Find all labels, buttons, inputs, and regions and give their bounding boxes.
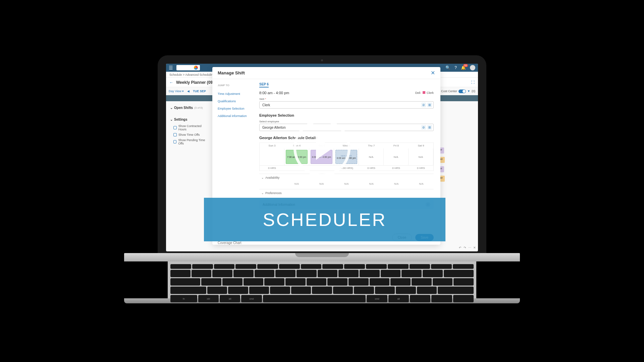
- clear-icon[interactable]: ⊘: [421, 103, 426, 107]
- nav-time-adjustment[interactable]: Time Adjustment: [218, 90, 251, 98]
- show-timeoffs-checkbox[interactable]: Show Time Offs: [169, 132, 210, 137]
- menu-icon[interactable]: ☰: [169, 65, 173, 70]
- bell-icon[interactable]: 🔔53: [461, 65, 466, 70]
- group-toggle[interactable]: [459, 89, 466, 93]
- availability-accordion[interactable]: ⌄Availability: [259, 174, 434, 181]
- play-icon: [316, 136, 333, 160]
- chevron-down-icon: ⌄: [170, 118, 173, 121]
- close-icon[interactable]: ✕: [431, 70, 435, 76]
- clear-icon[interactable]: ⊘: [421, 125, 426, 130]
- filter-count: (0): [472, 89, 475, 93]
- help-icon[interactable]: ?: [454, 65, 457, 70]
- app-logo[interactable]: [176, 65, 200, 70]
- tool-icon[interactable]: ⋯: [468, 246, 471, 249]
- day-cell[interactable]: N/A: [409, 148, 433, 165]
- filter-icon[interactable]: ▼: [467, 89, 470, 93]
- play-button[interactable]: [293, 120, 351, 177]
- day-cell[interactable]: N/A: [359, 148, 384, 165]
- nav-employee-selection[interactable]: Employee Selection: [218, 105, 251, 112]
- avatar[interactable]: [470, 65, 475, 70]
- tool-icon[interactable]: ↶: [459, 246, 462, 249]
- date-tab[interactable]: SEP 6: [259, 82, 269, 87]
- day-view-dropdown[interactable]: Day View ▾: [169, 89, 184, 93]
- nav-qualifications[interactable]: Qualifications: [218, 98, 251, 105]
- laptop-camera: [321, 59, 323, 61]
- coverage-chart-label[interactable]: Coverage Chart: [218, 241, 241, 245]
- show-pending-checkbox[interactable]: Show Pending Time Offs: [169, 137, 210, 146]
- date-display[interactable]: TUE SEP: [193, 89, 206, 93]
- preferences-accordion[interactable]: ⌄Preferences: [259, 189, 434, 197]
- lookup-icon[interactable]: ⊞: [427, 125, 432, 130]
- banner-title: SCHEDULER: [263, 209, 386, 230]
- role-color-icon: [423, 91, 425, 94]
- notification-badge: 53: [463, 64, 468, 67]
- open-shifts-accordion[interactable]: ⌄ Open Shifts (3 of 0): [169, 104, 210, 112]
- lookup-icon[interactable]: ⊞: [427, 103, 432, 107]
- nav-heading: JUMP TO: [218, 84, 251, 87]
- day-cell[interactable]: [260, 148, 284, 165]
- close-icon[interactable]: ✕: [473, 246, 476, 249]
- laptop-base: fnctrlaltcmdcmdalt: [124, 253, 520, 303]
- employee-input[interactable]: George Allerton ⊘⊞: [259, 124, 434, 131]
- skill-input[interactable]: Clerk ⊘⊞: [259, 101, 434, 109]
- show-contracted-checkbox[interactable]: Show Contracted Hours: [169, 123, 210, 132]
- chevron-down-icon: ⌄: [170, 106, 173, 110]
- chevron-down-icon: ⌄: [261, 176, 264, 179]
- video-banner: SCHEDULER: [204, 198, 445, 241]
- left-sidebar: ⌄ Open Shifts (3 of 0) ⌄ Settings Show C…: [166, 101, 213, 149]
- day-cell[interactable]: N/A: [384, 148, 409, 165]
- expand-icon[interactable]: ⛶: [471, 80, 475, 84]
- bottom-toolbar: ↶ ↷ ⋯ ✕: [459, 246, 476, 249]
- employee-section-title: Employee Selection: [259, 113, 434, 117]
- tool-icon[interactable]: ↷: [464, 246, 466, 249]
- back-icon[interactable]: ←: [169, 80, 173, 85]
- prev-day-icon[interactable]: ◀: [187, 89, 190, 93]
- chevron-down-icon: ⌄: [261, 191, 264, 195]
- shift-time-range: 8:00 am - 4:00 pm: [259, 91, 289, 95]
- nav-additional-info[interactable]: Additional information: [218, 112, 251, 120]
- modal-title: Manage Shift: [218, 70, 245, 75]
- search-icon[interactable]: 🔍: [445, 65, 450, 70]
- settings-accordion[interactable]: ⌄ Settings: [169, 116, 210, 123]
